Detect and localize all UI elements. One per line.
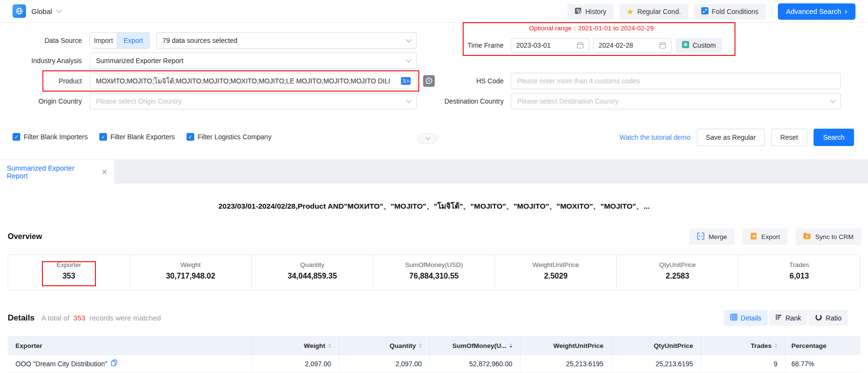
industry-analysis-select[interactable]: Summarized Exporter Report [90,53,417,69]
stat-value: 76,884,310.55 [374,272,495,280]
export-button[interactable]: Export [742,228,788,245]
checkbox-label: Filter Blank Exporters [110,133,175,141]
divider [772,6,772,17]
column-header-trades[interactable]: Trades [701,336,786,355]
overview-stats-card: Exporter 353 Weight 30,717,948.02 Quanti… [8,254,860,290]
import-toggle[interactable]: Import [90,33,117,48]
hs-code-placeholder: Please enter more than 4 customs codes [517,77,640,85]
custom-icon [682,41,689,50]
region-selector[interactable]: Global [13,4,61,18]
reset-button[interactable]: Reset [771,129,807,146]
stat-value: 2.5029 [495,272,616,280]
close-icon[interactable]: ✕ [101,168,107,176]
form-actions: Watch the tutorial demo Save as Regular … [619,129,854,146]
tutorial-link[interactable]: Watch the tutorial demo [619,133,690,141]
date-end-input[interactable]: 2024-02-28 [593,38,672,53]
cell-exporter: OOO "Dream City Distribution" [8,355,252,372]
save-as-regular-button[interactable]: Save as Regular [697,129,765,146]
cell-qty-unit-price: 25,213.6195 [612,355,701,372]
collapse-conditions-toggle[interactable] [417,133,438,144]
column-header-weight[interactable]: Weight [252,336,339,355]
origin-country-placeholder: Please select Origin Country [96,97,181,105]
date-start-value: 2023-03-01 [516,41,551,49]
checkbox-checked-icon [187,133,194,141]
view-ratio-button[interactable]: Ratio [809,310,848,326]
stat-label: WeightUnitPrice [495,261,616,268]
hs-code-input[interactable]: Please enter more than 4 customs codes [511,73,841,89]
checkbox-checked-icon [99,133,107,141]
filter-logistics-company-checkbox[interactable]: Filter Logistics Company [187,133,271,141]
chevron-down-icon [406,37,411,42]
chevron-down-icon [425,135,430,140]
column-header-sum-of-money[interactable]: SumOfMoney(U... [430,336,521,355]
chevron-down-icon [406,57,411,62]
sort-icon[interactable] [328,343,331,348]
merge-button[interactable]: Merge [689,228,734,245]
column-label: WeightUnitPrice [553,342,603,349]
calendar-icon [659,41,667,49]
column-label: QtyUnitPrice [654,342,693,349]
view-details-button[interactable]: Details [724,310,768,326]
exporter-name[interactable]: OOO "Dream City Distribution" [15,360,107,368]
sort-icon[interactable] [775,343,777,348]
stat-label: Weight [130,261,252,268]
advanced-search-button[interactable]: Advanced Search › [778,3,855,20]
sort-icon-active-desc[interactable] [509,343,512,348]
column-header-quantity[interactable]: Quantity [339,336,430,355]
ratio-donut-icon [815,314,822,322]
time-frame-group: 2023-03-01 2024-02-28 Custom [511,38,722,53]
column-label: SumOfMoney(U... [452,342,507,349]
product-input[interactable]: МОХИТО;MOJITO;โมจิโต้;MOJITO;MOJITO;MOXI… [90,73,417,89]
chevron-down-icon [57,7,62,13]
top-bar: Global History ★ Regular Cond. Fold Cond… [0,0,868,23]
view-rank-button[interactable]: Rank [769,310,808,326]
history-label: History [585,8,606,15]
tab-summarized-exporter-report[interactable]: Summarized Exporter Report ✕ [0,160,114,184]
details-header: Details A total of 353 records were matc… [8,313,161,323]
folder-sync-icon [803,232,811,241]
data-source-value: 79 data sources selected [162,37,238,44]
export-toggle[interactable]: Export [117,33,149,48]
chevron-right-icon: › [844,7,847,15]
stat-weight-unit-price: WeightUnitPrice 2.5029 [494,255,616,290]
sort-icon[interactable] [419,343,422,348]
filter-blank-exporters-checkbox[interactable]: Filter Blank Exporters [99,133,175,141]
copy-icon[interactable] [111,360,117,368]
stat-value: 30,717,948.02 [130,272,252,280]
regular-cond-button[interactable]: ★ Regular Cond. [619,4,688,20]
cell-weight: 2,097.00 [252,355,339,372]
column-label: Exporter [15,342,42,349]
column-label: Weight [304,342,325,349]
stat-exporter: Exporter 353 [8,255,130,290]
merge-label: Merge [708,233,727,240]
destination-country-select[interactable]: Please select Destination Country [511,93,841,109]
stat-label: SumOfMoney(USD) [374,261,495,268]
details-total-text: A total of 353 records were matched [41,314,161,322]
star-icon: ★ [627,8,634,16]
data-source-select[interactable]: 79 data sources selected [156,32,417,49]
column-header-exporter: Exporter [8,336,252,355]
history-button[interactable]: History [567,4,614,20]
custom-range-button[interactable]: Custom [676,38,722,53]
destination-country-label: Destination Country [422,93,504,109]
data-source-label: Data Source [0,32,82,49]
tab-label: Summarized Exporter Report [7,164,95,180]
column-header-percentage: Percentage [786,336,860,355]
cell-trades: 9 [701,355,786,372]
stat-sum-of-money: SumOfMoney(USD) 76,884,310.55 [373,255,495,290]
stat-qty-unit-price: QtyUnitPrice 2.2583 [616,255,738,290]
origin-country-select[interactable]: Please select Origin Country [90,93,417,109]
date-start-input[interactable]: 2023-03-01 [511,38,589,53]
checkbox-label: Filter Logistics Company [198,133,271,141]
total-prefix: A total of [41,314,69,322]
fold-conditions-button[interactable]: Fold Conditions [694,4,766,20]
stat-quantity: Quantity 34,044,859.35 [251,255,373,290]
filter-blank-importers-checkbox[interactable]: Filter Blank Importers [13,133,88,141]
custom-label: Custom [693,41,716,49]
search-button[interactable]: Search [814,129,854,146]
table-icon [730,314,737,322]
sync-to-crm-button[interactable]: Sync to CRM [795,228,861,245]
product-label: Product [0,73,82,89]
table-row[interactable]: OOO "Dream City Distribution" 2,097.00 2… [8,355,860,373]
translate-icon[interactable]: 文A [401,77,411,85]
